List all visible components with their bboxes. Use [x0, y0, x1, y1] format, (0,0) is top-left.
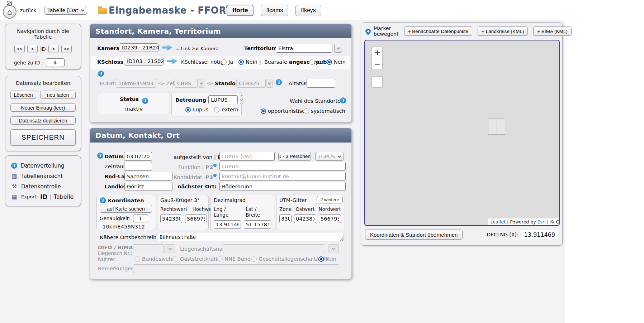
- tab-fforte[interactable]: fforte: [227, 5, 254, 16]
- goto-id-link[interactable]: gehe zu ID: [14, 60, 40, 66]
- export-table-link[interactable]: Tabelle: [54, 193, 74, 200]
- last-record-button[interactable]: >>: [61, 45, 72, 53]
- tab-ffkeys[interactable]: ffkeys: [295, 5, 321, 16]
- region-badge: SN: [6, 1, 13, 6]
- goto-id-row: gehe zu ID :: [14, 58, 77, 67]
- hochwert-input[interactable]: [185, 214, 207, 223]
- home-icon[interactable]: ⌂: [3, 5, 16, 19]
- declng-value: 13.911469: [521, 230, 558, 239]
- tab-ffcams[interactable]: ffcams: [261, 5, 288, 16]
- p3-input[interactable]: [219, 172, 346, 181]
- nutzer-bundeswehr-label: Bundeswehr: [142, 256, 174, 262]
- datenkontrolle-link[interactable]: ⚒ Datenkontrolle: [11, 181, 75, 192]
- zoom-out-button[interactable]: −: [372, 58, 382, 69]
- zoom-in-button[interactable]: +: [372, 47, 382, 58]
- datenverteilung-link[interactable]: i Datenverteilung: [11, 160, 75, 171]
- map-extra-button[interactable]: [371, 76, 383, 88]
- lng-input[interactable]: [214, 220, 241, 229]
- ortsbeschreibung-textarea[interactable]: [157, 233, 344, 241]
- table-select-value: Tabelle [Datens: [47, 8, 79, 13]
- ort-input[interactable]: [219, 182, 346, 191]
- koordinaten-info-icon[interactable]: i: [100, 197, 106, 203]
- kschloss-select[interactable]: ID103 : 21S02: [124, 57, 164, 66]
- rechtswert-input[interactable]: [160, 214, 182, 223]
- betreuung-input[interactable]: [208, 95, 238, 104]
- chevron-down-icon: [81, 8, 85, 11]
- dezimalgrad-box: Dezimalgrad Lng / Länge Lat / Breite: [210, 195, 274, 230]
- kamera-select[interactable]: ID239 : 21R24: [119, 43, 159, 52]
- id-label: ID: [40, 46, 46, 52]
- declng-readout: DECLNG (X): 13.911469: [487, 230, 558, 239]
- genauigkeit-input[interactable]: [133, 214, 148, 222]
- leaflet-link[interactable]: Leaflet: [490, 219, 506, 225]
- kamera-link-hint: = Link zur Kamera: [175, 46, 219, 51]
- zeitraum-input[interactable]: [124, 162, 152, 171]
- betreuung-lupus-radio[interactable]: [185, 107, 191, 112]
- kschloss-info-icon[interactable]: i: [98, 71, 104, 77]
- eugrid-info-icon[interactable]: i: [276, 79, 282, 85]
- landkreis-input[interactable]: [124, 182, 172, 191]
- zone-input[interactable]: [279, 214, 292, 223]
- delete-button[interactable]: Löschen: [10, 91, 36, 99]
- marker-hint: Marker bewegen!: [374, 25, 399, 37]
- bndland-input[interactable]: [124, 172, 172, 181]
- map-search-button[interactable]: auf Karte suchen: [100, 205, 152, 213]
- back-link[interactable]: zurück: [20, 8, 36, 13]
- personen-button[interactable]: 1 - 3 Personen: [278, 152, 311, 161]
- betreuung-lupus-label: Lupus: [193, 107, 208, 112]
- tabellenansicht-link[interactable]: ▦ Tabellenansicht: [11, 171, 75, 181]
- nutzer-bundeswehr-radio: [135, 256, 140, 262]
- top-bar: SN ⌂ zurück Tabelle [Datens Eingabemaske…: [0, 0, 644, 20]
- territorium-dropdown-button[interactable]: [334, 44, 342, 53]
- more-coords-button[interactable]: 2 weitere: [317, 196, 343, 203]
- duplicate-button[interactable]: Datensatz duplizieren: [10, 116, 76, 125]
- export-id-link[interactable]: ID: [40, 193, 47, 201]
- nutzer-kein-radio: [318, 256, 324, 262]
- difo-label: DIFO / BIMA: [98, 245, 133, 250]
- kamera-link-arrow-icon[interactable]: [162, 44, 172, 50]
- datum-input[interactable]: [124, 152, 152, 161]
- wahl-systematisch-radio[interactable]: [304, 109, 309, 114]
- p2-input[interactable]: [219, 162, 346, 171]
- nordwert-input[interactable]: [319, 214, 341, 223]
- bemerkungen-input: [133, 264, 339, 273]
- prev-record-button[interactable]: <: [27, 45, 38, 53]
- export-label: Export:: [21, 194, 38, 199]
- reload-button[interactable]: neu laden: [40, 91, 76, 99]
- p1-select[interactable]: LUPUS (LW: [315, 152, 344, 161]
- add-datapoints-button[interactable]: + Benachbarte Datenpunkte: [404, 26, 473, 36]
- marker-pin-icon: [364, 27, 372, 35]
- add-landkreise-button[interactable]: + Landkreise (KML): [478, 26, 528, 36]
- territorium-input[interactable]: [276, 44, 332, 53]
- p1-input[interactable]: [219, 152, 275, 161]
- betreuung-extern-radio[interactable]: [214, 107, 219, 112]
- lat-input[interactable]: [244, 220, 271, 229]
- navigation-box: Navigation durch die Tabelle << < ID > >…: [5, 24, 81, 69]
- kschluessel-ja-radio[interactable]: [221, 59, 227, 65]
- next-record-button[interactable]: >: [48, 45, 59, 53]
- datum-label: Datum:: [104, 154, 126, 159]
- record-nav-buttons: << < ID > >>: [9, 45, 77, 53]
- ostwert-input[interactable]: [294, 214, 316, 223]
- bearsafe-nein-radio[interactable]: [327, 59, 332, 65]
- esri-link[interactable]: Esri: [538, 219, 546, 225]
- add-bima-button[interactable]: + BIMA (KML): [533, 26, 571, 36]
- save-button[interactable]: SPEICHERN: [10, 129, 76, 146]
- status-info-icon[interactable]: i: [142, 98, 148, 104]
- datum-info-icon[interactable]: i: [97, 153, 103, 159]
- betreuung-dropdown-button[interactable]: [240, 95, 243, 104]
- altstort-input[interactable]: [307, 79, 335, 88]
- wahl-opportunistisch-radio[interactable]: [261, 109, 266, 114]
- first-record-button[interactable]: <<: [14, 45, 25, 53]
- new-entry-button[interactable]: Neuer Eintrag (leer): [10, 103, 76, 112]
- goto-id-input[interactable]: [46, 58, 65, 67]
- wahl-info-icon[interactable]: i: [340, 97, 346, 103]
- table-select[interactable]: Tabelle [Datens: [44, 6, 87, 15]
- map-canvas[interactable]: + − Leaflet | Powered by Esri | © C: [364, 40, 560, 226]
- bearsafe-ja-radio[interactable]: [309, 59, 315, 65]
- export-separator: |: [49, 193, 51, 200]
- kschluessel-nein-radio[interactable]: [238, 59, 244, 65]
- utm-col-nordwert: Nordwert: [319, 206, 341, 212]
- apply-coordinates-button[interactable]: Koordinaten & Standort übernehmen: [365, 230, 463, 240]
- record-edit-title: Datensatz bearbeiten: [10, 80, 76, 86]
